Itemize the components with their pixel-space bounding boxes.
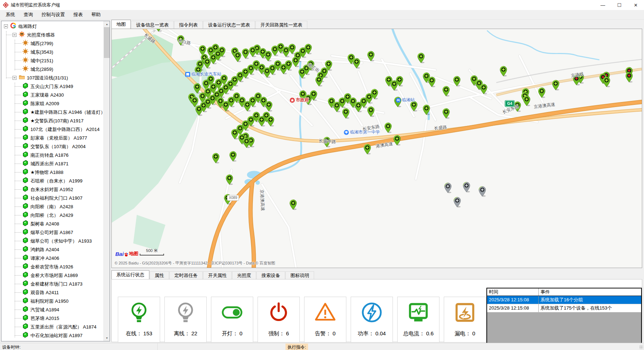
tree-connector bbox=[15, 112, 21, 112]
device-icon bbox=[22, 212, 29, 218]
map-tab-2[interactable]: 指令列表 bbox=[174, 21, 203, 29]
tree-item-A1950[interactable]: 福利院对面 A1950 bbox=[1, 297, 104, 305]
menu-3[interactable]: 报表 bbox=[70, 10, 86, 19]
map-tab-0[interactable]: 地图 bbox=[111, 20, 131, 29]
tree-item-A2009[interactable]: 陈家组 A2009 bbox=[1, 99, 104, 108]
road-label: 南正街 bbox=[306, 62, 320, 74]
tree-item-A2430[interactable]: 王家珑巷 A2430 bbox=[1, 91, 104, 99]
tree-item-A1946（辅道灯）[interactable]: ★建新中路路口东 A1946（辅道灯） bbox=[1, 108, 104, 116]
device-icon bbox=[22, 263, 29, 269]
map-tab-4[interactable]: 开关回路属性一览表 bbox=[255, 21, 307, 29]
tree-item-label: 社会福利院大门口 A1907 bbox=[30, 195, 82, 201]
tree-scrollbar[interactable]: ▲ ▼ bbox=[104, 21, 110, 341]
menu-4[interactable]: 帮助 bbox=[88, 10, 104, 19]
tree-item-临湘路灯[interactable]: 临湘路灯 bbox=[1, 22, 104, 30]
tree-connector bbox=[6, 78, 12, 78]
tree-item-A2404[interactable]: 鸿鹤路 A2404 bbox=[1, 245, 104, 254]
bottom-tab-1[interactable]: 属性 bbox=[150, 271, 169, 279]
tree-connector bbox=[15, 146, 21, 147]
tree-item-label: 中石化加油站对面 A1897 bbox=[30, 333, 82, 338]
tree-item-城北(2859)[interactable]: 城北(2859) bbox=[1, 65, 104, 73]
scroll-down-icon[interactable]: ▼ bbox=[104, 335, 110, 341]
poi-label-metro: 临湘站 bbox=[396, 97, 415, 103]
tree-item-光照度传感器[interactable]: 光照度传感器 bbox=[1, 30, 104, 39]
bottom-tab-2[interactable]: 定时器任务 bbox=[169, 271, 203, 279]
minimize-button[interactable]: — bbox=[595, 0, 611, 10]
tree-item-label: 交警队东（107南） A2004 bbox=[30, 144, 86, 149]
tree-item-城东(3543)[interactable]: 城东(3543) bbox=[1, 48, 104, 56]
tree-connector bbox=[15, 327, 21, 327]
bottom-tab-0[interactable]: 系统运行状态 bbox=[111, 270, 149, 279]
col-time[interactable]: 时间 bbox=[487, 288, 539, 296]
event-row-0[interactable]: 2025/3/28 12:15:08系统加载了16个分组 bbox=[487, 296, 641, 304]
tree-item-A1874[interactable]: 五里派出所（富源汽配） A1874 bbox=[1, 322, 104, 331]
tree-item-A1933[interactable]: 烟草公司（求知中学） A1933 bbox=[1, 237, 104, 245]
tree-item-A1907[interactable]: 社会福利院大门口 A1907 bbox=[1, 194, 104, 202]
tree-item-label: 谭家冲 A2406 bbox=[30, 256, 59, 261]
tree-item-A1949[interactable]: 五尖山大门东 A1949 bbox=[1, 82, 104, 91]
bottom-tab-3[interactable]: 开关属性 bbox=[203, 271, 232, 279]
device-icon bbox=[22, 177, 29, 183]
col-event[interactable]: 事件 bbox=[539, 288, 641, 296]
tree-item-A2408[interactable]: 梨树巷 A2408 bbox=[1, 219, 104, 228]
tree-item-A1873[interactable]: 金桥建材市场门口 A1873 bbox=[1, 279, 104, 288]
map-tab-3[interactable]: 设备运行状态一览表 bbox=[203, 21, 255, 29]
tree-item-A1926[interactable]: 金桥农贸市场 A1926 bbox=[1, 262, 104, 271]
gov-icon bbox=[290, 98, 295, 103]
scroll-up-icon[interactable]: ▲ bbox=[104, 21, 110, 27]
tree-item-label: 107北（建新中路路口西） A2014 bbox=[30, 127, 100, 132]
maximize-button[interactable]: ☐ bbox=[611, 0, 628, 10]
tree-item-A1869[interactable]: 金桥大市场对面 A1869 bbox=[1, 271, 104, 279]
collapse-icon[interactable] bbox=[13, 33, 16, 37]
card-forced: 强制： 6 bbox=[258, 297, 300, 342]
event-log-table[interactable]: 时间事件2025/3/28 12:15:08系统加载了16个分组2025/3/2… bbox=[486, 288, 642, 348]
device-icon bbox=[22, 297, 29, 303]
collapse-icon[interactable] bbox=[4, 24, 8, 28]
tree-item-A1917[interactable]: ★交警队西(107南) A1917 bbox=[1, 116, 104, 125]
tree-item-A1952[interactable]: 自来水斜对面 A1952 bbox=[1, 185, 104, 194]
tree-item-城中(2151)[interactable]: 城中(2151) bbox=[1, 56, 104, 65]
tree-connector bbox=[15, 155, 21, 155]
school-icon bbox=[344, 130, 349, 135]
tree-item-A1897[interactable]: 中石化加油站对面 A1897 bbox=[1, 331, 104, 340]
tree-item-A1977[interactable]: 彭家巷（党校后面） A1977 bbox=[1, 133, 104, 142]
menu-1[interactable]: 查询 bbox=[20, 10, 37, 19]
tree-item-A2014[interactable]: 107北（建新中路路口西） A2014 bbox=[1, 125, 104, 133]
map-attribution: © 2025 Baidu - GS(2023)3206号 - 甲测资字11111… bbox=[115, 261, 275, 266]
road-label: 港澳高速 bbox=[375, 141, 393, 149]
menu-2[interactable]: 控制与设置 bbox=[38, 10, 68, 19]
map-tab-1[interactable]: 设备信息一览表 bbox=[131, 21, 174, 29]
menu-0[interactable]: 系统 bbox=[2, 10, 19, 19]
tree-item-A1999[interactable]: 石咀桥（自来水） A1999 bbox=[1, 176, 104, 185]
resize-grip-icon[interactable] bbox=[639, 345, 643, 349]
tree-item-107国道沿线(31/31)[interactable]: 107国道沿线(31/31) bbox=[1, 73, 104, 82]
device-icon bbox=[22, 117, 29, 123]
device-icon bbox=[22, 108, 29, 115]
alarm-icon bbox=[314, 301, 336, 324]
tree-item-A1894[interactable]: 汽贸城 A1894 bbox=[1, 305, 104, 314]
tree-item-label: 城中(2151) bbox=[30, 58, 53, 63]
tree-item-A1876[interactable]: 南正街转盘 A1876 bbox=[1, 151, 104, 159]
tree-item-A2411[interactable]: 观音路 A2411 bbox=[1, 288, 104, 297]
tree-item-A1867[interactable]: 烟草公司对面 A1867 bbox=[1, 228, 104, 237]
tree-item-A2015[interactable]: 芭茅塘 A2015 bbox=[1, 314, 104, 322]
baidu-map[interactable]: 长白路长盛路南正街临湘长途汽车站市政府临湘站临湘市第一中学长盛中路长盛路港澳高速… bbox=[112, 29, 642, 268]
collapse-icon[interactable] bbox=[13, 76, 16, 80]
tree-item-城西(2799)[interactable]: 城西(2799) bbox=[1, 39, 104, 48]
tree-item-A2004[interactable]: 交警队东（107南） A2004 bbox=[1, 142, 104, 151]
tree-item-A2406[interactable]: 谭家冲 A2406 bbox=[1, 254, 104, 262]
tree-item-A2428[interactable]: 向阳桥（南） A2428 bbox=[1, 202, 104, 211]
event-row-1[interactable]: 2025/3/28 12:15:08系统加载了175个设备，在线153个 bbox=[487, 304, 641, 312]
metro-icon bbox=[396, 98, 401, 103]
bottom-tab-5[interactable]: 搜索设备 bbox=[256, 271, 285, 279]
tree-item-A1888[interactable]: ★博物馆 A1888 bbox=[1, 168, 104, 176]
close-button[interactable]: ✕ bbox=[628, 0, 644, 10]
scrollbar-thumb[interactable] bbox=[104, 27, 110, 58]
system-status-page: 在线： 153离线： 22开灯： 0强制： 6告警： 0功率： 0.04总电流：… bbox=[111, 279, 642, 342]
bottom-tab-4[interactable]: 光照度 bbox=[232, 271, 256, 279]
tree-item-A1871[interactable]: 城西派出所 A1871 bbox=[1, 159, 104, 168]
device-icon bbox=[22, 323, 29, 329]
leakage-icon bbox=[454, 301, 476, 324]
bottom-tab-6[interactable]: 图标说明 bbox=[285, 271, 314, 279]
tree-item-A2429[interactable]: 向阳桥（北） A2429 bbox=[1, 211, 104, 219]
